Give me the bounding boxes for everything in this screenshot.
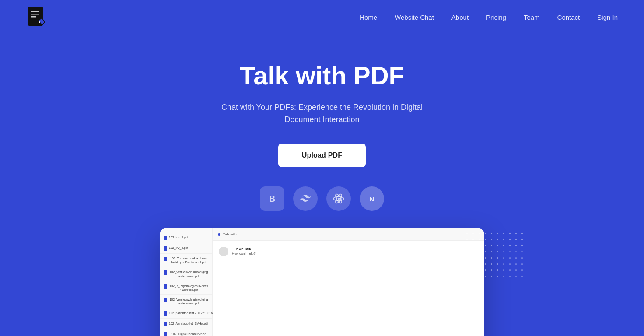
file-icon	[164, 284, 167, 289]
bootstrap-icon: B	[260, 186, 284, 211]
chat-area: PDF Talk How can I help?	[213, 241, 484, 336]
nav-home[interactable]: Home	[360, 14, 377, 21]
react-icon	[326, 186, 351, 211]
sidebar-file-2: 102_inv_4.pdf	[160, 243, 212, 254]
sidebar-file-4: 102_Vernieuwde uitnodiging ouderavond.pd…	[160, 267, 212, 281]
tech-icons: B N	[260, 186, 384, 211]
nav-about[interactable]: About	[452, 14, 469, 21]
svg-rect-3	[31, 16, 36, 18]
navbar: Home Website Chat About Pricing Team Con…	[0, 0, 644, 35]
sidebar-file-5: 102_7_Psychological Needs + Distress.pdf	[160, 281, 212, 295]
file-icon	[164, 246, 167, 251]
app-screenshot-wrapper: 102_inv_3.pdf 102_inv_4.pdf 102_You can …	[160, 228, 484, 336]
hero-section: Talk with PDF Chat with Your PDFs: Exper…	[0, 35, 644, 336]
dot-pattern	[466, 233, 519, 276]
sidebar-file-8: 102_Aanslagbiljet_SVHw.pdf	[160, 319, 212, 329]
app-topbar: Talk with	[213, 228, 484, 241]
nav-links: Home Website Chat About Pricing Team Con…	[360, 14, 618, 21]
file-icon	[164, 312, 167, 316]
sidebar-file-1: 102_inv_3.pdf	[160, 233, 212, 243]
nav-website-chat[interactable]: Website Chat	[395, 14, 434, 21]
file-icon	[164, 322, 167, 326]
chat-avatar	[219, 247, 228, 256]
svg-point-5	[338, 198, 340, 200]
hero-title: Talk with PDF	[240, 61, 404, 91]
svg-rect-1	[31, 11, 39, 12]
sidebar-file-7: 102_patientbericht.ZD122103160.pdf	[160, 308, 212, 319]
hero-subtitle: Chat with Your PDFs: Experience the Revo…	[204, 101, 440, 126]
file-icon	[164, 236, 167, 240]
svg-point-4	[38, 21, 40, 23]
sidebar-file-6: 102_Vernieuwde uitnodiging ouderavond.pd…	[160, 295, 212, 308]
upload-pdf-button[interactable]: Upload PDF	[278, 144, 366, 167]
nav-team[interactable]: Team	[524, 14, 540, 21]
logo[interactable]	[26, 6, 47, 29]
file-icon	[164, 270, 167, 275]
nextjs-icon: N	[360, 186, 384, 211]
sidebar-file-3: 102_You can book a cheap holiday at D-re…	[160, 254, 212, 267]
chat-content: PDF Talk How can I help?	[232, 247, 256, 256]
app-sidebar: 102_inv_3.pdf 102_inv_4.pdf 102_You can …	[160, 228, 213, 336]
file-icon	[164, 257, 167, 261]
app-screenshot: 102_inv_3.pdf 102_inv_4.pdf 102_You can …	[160, 228, 484, 336]
chat-message-1: PDF Talk How can I help?	[219, 247, 478, 256]
nav-signin[interactable]: Sign In	[597, 14, 618, 21]
file-icon	[164, 332, 167, 336]
nav-contact[interactable]: Contact	[557, 14, 580, 21]
svg-rect-2	[31, 14, 39, 15]
app-main-chat: Talk with PDF Talk How can I help?	[213, 228, 484, 336]
file-icon	[164, 298, 167, 302]
sidebar-file-9: 102_DigitalOcean Invoice 2023 Apr (10742…	[160, 329, 212, 336]
nav-pricing[interactable]: Pricing	[486, 14, 506, 21]
topbar-dot	[218, 233, 220, 236]
tailwind-icon	[293, 186, 318, 211]
logo-icon	[26, 6, 47, 29]
